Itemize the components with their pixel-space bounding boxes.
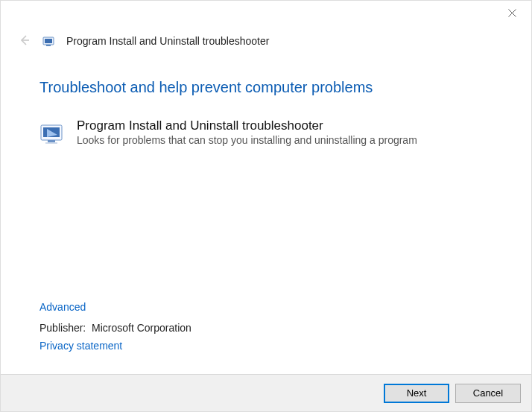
- troubleshooter-text: Program Install and Uninstall troublesho…: [77, 118, 417, 146]
- close-icon: [508, 9, 516, 19]
- troubleshooter-item-description: Looks for problems that can stop you ins…: [77, 134, 417, 146]
- troubleshooter-item: Program Install and Uninstall troublesho…: [39, 118, 493, 147]
- privacy-statement-link[interactable]: Privacy statement: [39, 340, 191, 352]
- advanced-link[interactable]: Advanced: [39, 301, 191, 313]
- publisher-label: Publisher:: [39, 322, 86, 334]
- page-heading: Troubleshoot and help prevent computer p…: [39, 79, 493, 96]
- svg-rect-7: [45, 142, 57, 144]
- back-arrow-icon: [19, 34, 31, 48]
- cancel-button[interactable]: Cancel: [455, 384, 521, 403]
- troubleshooter-item-title: Program Install and Uninstall troublesho…: [77, 118, 417, 133]
- wizard-title: Program Install and Uninstall troublesho…: [66, 35, 269, 47]
- close-button[interactable]: [497, 4, 527, 25]
- content-area: Troubleshoot and help prevent computer p…: [39, 79, 493, 147]
- back-button: [17, 34, 32, 48]
- wizard-header: Program Install and Uninstall troublesho…: [17, 34, 515, 48]
- troubleshooter-icon: [42, 34, 56, 48]
- svg-rect-6: [48, 140, 55, 142]
- svg-rect-2: [46, 45, 51, 46]
- troubleshooter-large-icon: [39, 120, 66, 147]
- next-button[interactable]: Next: [384, 384, 449, 403]
- bottom-links: Advanced Publisher: Microsoft Corporatio…: [39, 301, 191, 358]
- publisher-value: Microsoft Corporation: [92, 322, 191, 334]
- publisher-info: Publisher: Microsoft Corporation: [39, 322, 191, 334]
- svg-rect-1: [45, 39, 52, 43]
- wizard-footer: Next Cancel: [1, 374, 531, 411]
